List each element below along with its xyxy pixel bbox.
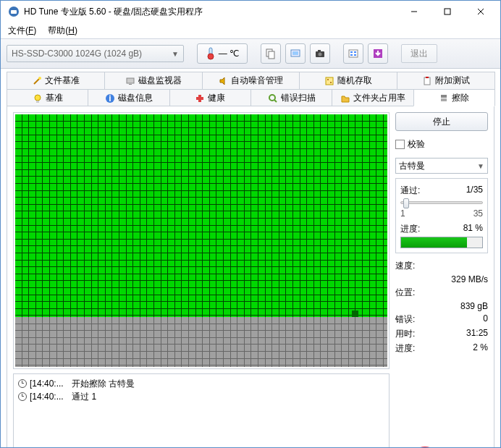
- close-button[interactable]: [464, 1, 497, 22]
- svg-point-29: [35, 95, 41, 101]
- svg-line-36: [274, 100, 277, 102]
- bulb-icon: [33, 93, 43, 103]
- copy-info-button[interactable]: [261, 43, 281, 64]
- chevron-down-icon: ▼: [477, 162, 484, 170]
- minimize-button[interactable]: [397, 1, 431, 22]
- stop-button[interactable]: 停止: [395, 112, 488, 131]
- svg-rect-27: [424, 77, 430, 85]
- folder-icon: [340, 93, 350, 103]
- content-pane: [14:40:... 开始擦除 古特曼 [14:40:... 通过 1 停止 校…: [7, 106, 494, 448]
- clipboard-icon: [422, 76, 432, 86]
- wand-icon: [32, 76, 42, 86]
- progress-label: 进度:: [400, 223, 420, 235]
- camera-icon: [314, 48, 326, 59]
- titlebar: HD Tune 专业版 5.60 - 硬盘/固态硬盘实用程序: [1, 1, 500, 22]
- progress-value: 81 %: [463, 223, 483, 235]
- copy-icon: [265, 48, 277, 59]
- pass-value: 1/35: [466, 185, 483, 197]
- tab-random-access[interactable]: 随机存取: [299, 72, 397, 89]
- block-map-cursor: [352, 310, 358, 317]
- svg-rect-23: [129, 84, 132, 85]
- tab-extra-tests[interactable]: 附加测试: [397, 72, 495, 89]
- options-icon: [348, 48, 359, 59]
- shredder-icon: [439, 93, 449, 103]
- search-icon: [268, 93, 278, 103]
- thermometer-icon: [206, 47, 216, 60]
- svg-point-7: [208, 54, 214, 59]
- tab-file-benchmark[interactable]: 文件基准: [7, 72, 105, 89]
- clock-icon: [18, 379, 27, 388]
- health-icon: [195, 93, 205, 103]
- svg-point-25: [327, 79, 329, 80]
- method-selected: 古特曼: [399, 160, 425, 172]
- tab-disk-monitor[interactable]: 磁盘监视器: [104, 72, 203, 89]
- tab-aam[interactable]: 自动噪音管理: [202, 72, 300, 89]
- exit-button[interactable]: 退出: [401, 44, 437, 63]
- drive-select-label: HS-SSD-C3000 1024G (1024 gB): [12, 48, 142, 59]
- svg-rect-28: [426, 77, 429, 78]
- temperature-button[interactable]: — ℃: [197, 43, 248, 64]
- random-icon: [324, 76, 334, 86]
- verify-checkbox[interactable]: [395, 140, 405, 149]
- block-map: [13, 112, 390, 369]
- maximize-button[interactable]: [431, 1, 464, 22]
- block-map-pending: [15, 317, 387, 367]
- slider-thumb[interactable]: [403, 198, 409, 208]
- stat-time: 31:25: [466, 328, 488, 340]
- tab-folder-usage[interactable]: 文件夹占用率: [332, 89, 413, 106]
- svg-point-21: [38, 77, 41, 80]
- tab-error-scan[interactable]: 错误扫描: [250, 89, 332, 106]
- menu-file[interactable]: 文件(F): [4, 23, 41, 38]
- svg-rect-19: [354, 54, 356, 56]
- stats-panel: 速度: 329 MB/s 位置: 839 gB 错误:0 用时:31:25 进度…: [395, 258, 488, 357]
- drive-select[interactable]: HS-SSD-C3000 1024G (1024 gB) ▼: [7, 45, 184, 62]
- svg-rect-1: [11, 10, 17, 14]
- method-select[interactable]: 古特曼 ▼: [395, 158, 488, 174]
- svg-rect-11: [292, 51, 298, 55]
- svg-rect-18: [350, 54, 353, 56]
- verify-checkbox-row[interactable]: 校验: [395, 135, 488, 153]
- monitor-icon: [125, 76, 135, 86]
- clock-icon: [18, 392, 27, 401]
- stat-progress2: 2 %: [473, 342, 488, 355]
- tab-health[interactable]: 健康: [169, 89, 251, 106]
- tab-disk-info[interactable]: i磁盘信息: [88, 89, 169, 106]
- svg-point-26: [330, 82, 332, 83]
- log-line: [14:40:... 开始擦除 古特曼: [18, 377, 384, 390]
- svg-text:i: i: [109, 93, 111, 103]
- tab-benchmark[interactable]: 基准: [7, 89, 88, 106]
- log-box[interactable]: [14:40:... 开始擦除 古特曼 [14:40:... 通过 1: [13, 373, 390, 448]
- progress-bar: [400, 237, 483, 248]
- svg-rect-30: [36, 101, 39, 103]
- stat-speed: 329 MB/s: [451, 274, 488, 284]
- svg-rect-37: [441, 95, 447, 98]
- svg-rect-9: [269, 51, 274, 59]
- window-title: HD Tune 专业版 5.60 - 硬盘/固态硬盘实用程序: [24, 6, 397, 18]
- menu-help[interactable]: 帮助(H): [43, 23, 82, 38]
- temperature-value: — ℃: [219, 48, 239, 59]
- speaker-icon: [218, 76, 228, 86]
- svg-rect-24: [326, 77, 333, 85]
- stat-errors: 0: [483, 313, 488, 326]
- svg-rect-14: [318, 50, 321, 51]
- app-icon: [8, 6, 20, 17]
- log-line: [14:40:... 通过 1: [18, 390, 384, 403]
- menubar: 文件(F) 帮助(H): [1, 22, 500, 38]
- copy-screen-icon: [290, 48, 301, 59]
- svg-point-13: [319, 53, 322, 56]
- tab-area: 文件基准 磁盘监视器 自动噪音管理 随机存取 附加测试 基准 i磁盘信息 健康 …: [1, 69, 500, 106]
- toolbar: HS-SSD-C3000 1024G (1024 gB) ▼ — ℃ 退出: [1, 38, 500, 69]
- camera-button[interactable]: [310, 43, 330, 64]
- options-button[interactable]: [343, 43, 363, 64]
- tab-row-bottom: 基准 i磁盘信息 健康 错误扫描 文件夹占用率 擦除: [7, 89, 494, 106]
- svg-rect-17: [354, 51, 356, 53]
- save-button[interactable]: [368, 43, 388, 64]
- pass-slider[interactable]: [400, 201, 483, 204]
- tab-erase[interactable]: 擦除: [413, 89, 495, 106]
- verify-label: 校验: [408, 138, 425, 151]
- stat-position: 839 gB: [460, 301, 488, 311]
- svg-rect-15: [349, 50, 358, 57]
- screenshot-button[interactable]: [285, 43, 306, 64]
- progress-fill: [401, 237, 467, 248]
- chevron-down-icon: ▼: [172, 50, 179, 58]
